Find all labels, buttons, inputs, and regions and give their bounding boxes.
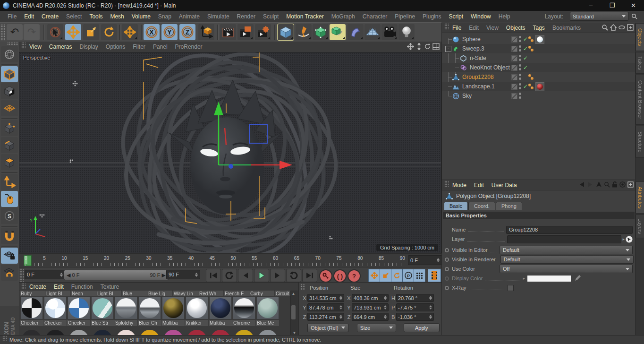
menu-tools[interactable]: Tools	[85, 13, 106, 20]
autokey-button[interactable]: ( )	[333, 269, 347, 283]
attr-menu-mode[interactable]: Mode	[449, 182, 470, 189]
tab-structure[interactable]: Structure	[636, 126, 644, 158]
anim-dot[interactable]	[445, 248, 449, 252]
menu-edit[interactable]: Edit	[20, 13, 38, 20]
target-icon[interactable]	[619, 181, 626, 188]
minimize-button[interactable]: –	[580, 0, 602, 11]
enable-check[interactable]: ✓	[523, 45, 528, 52]
key-position-toggle[interactable]	[368, 269, 380, 282]
transport-handle[interactable]	[19, 268, 24, 282]
add-spline-button[interactable]	[296, 24, 312, 40]
rotation-h-field[interactable]: 20.768 °	[396, 294, 434, 302]
visibility-dots[interactable]	[519, 83, 521, 89]
layer-browser-icon[interactable]	[626, 236, 633, 243]
vp-menu-panel[interactable]: Panel	[149, 43, 171, 50]
enable-check[interactable]: ✓	[523, 64, 528, 71]
viewport-canvas[interactable]: Y Perspective Grid Spacing : 1000 cm	[19, 52, 441, 254]
menu-plugins[interactable]: Plugins	[419, 13, 445, 20]
tweak-mode-button[interactable]	[1, 191, 18, 207]
preview-range-slider[interactable]: ◀ 0 F 90 F ▶	[64, 270, 169, 280]
eye-icon[interactable]	[619, 24, 625, 31]
object-row-sweep[interactable]: - Sweep.3 ✓	[442, 44, 636, 53]
object-row-sphere[interactable]: Sphere ✓	[442, 34, 636, 44]
menu-file[interactable]: File	[4, 13, 20, 20]
object-row-sky[interactable]: Sky	[442, 91, 636, 101]
y-axis-lock-button[interactable]: Y	[161, 24, 178, 40]
attr-menu-edit[interactable]: Edit	[470, 182, 488, 189]
om-menu-view[interactable]: View	[483, 25, 502, 31]
vp-menu-display[interactable]: Display	[76, 43, 102, 50]
texture-tag[interactable]	[535, 35, 544, 44]
add-panel-icon[interactable]	[627, 24, 634, 31]
anim-dot[interactable]	[445, 286, 449, 290]
generators-button[interactable]	[330, 24, 346, 40]
menu-render[interactable]: Render	[233, 13, 259, 20]
menu-create[interactable]: Create	[38, 13, 62, 20]
visible-in-editor-dropdown[interactable]: Default	[500, 246, 633, 254]
goto-end-button[interactable]	[302, 269, 317, 282]
frame-spinner[interactable]: 0 F	[408, 255, 442, 265]
live-selection-button[interactable]	[47, 24, 63, 40]
light-button[interactable]	[398, 24, 415, 40]
vp-menu-view[interactable]: View	[25, 43, 45, 50]
camera-button[interactable]	[381, 24, 398, 40]
tab-coord[interactable]: Coord.	[468, 202, 495, 210]
redo-button[interactable]: ↷	[24, 24, 40, 40]
position-y-field[interactable]: 87.478 cm	[307, 303, 344, 311]
object-row-group12208[interactable]: Group12208	[442, 72, 636, 82]
texture-mode-button[interactable]	[1, 83, 18, 99]
material-item[interactable]: Blue Str	[91, 297, 114, 326]
tab-phong[interactable]: Phong	[496, 202, 522, 210]
x-axis-lock-button[interactable]: X	[144, 24, 160, 40]
position-z-field[interactable]: 113.274 cm	[307, 313, 344, 321]
color-picker-pen-icon[interactable]	[574, 275, 581, 282]
menu-volume[interactable]: Volume	[128, 13, 154, 20]
material-scrollbar[interactable]: ▲ ▼	[290, 291, 297, 336]
zoom-view-icon[interactable]	[415, 43, 423, 50]
coordinate-system-button[interactable]	[198, 24, 214, 40]
end-frame-field[interactable]: 90 F	[166, 270, 200, 279]
material-item[interactable]: Checker	[43, 297, 67, 326]
home-icon[interactable]	[610, 24, 617, 31]
deformers-button[interactable]	[347, 24, 364, 40]
viewport-solo-button[interactable]: S	[1, 208, 18, 224]
vp-menu-options[interactable]: Options	[102, 43, 129, 50]
enable-snap-button[interactable]	[1, 228, 18, 244]
spinner-arrows-icon[interactable]	[437, 258, 440, 262]
previous-frame-button[interactable]	[238, 269, 253, 282]
menu-window[interactable]: Window	[467, 13, 495, 20]
enable-check[interactable]: ✓	[523, 36, 528, 43]
edges-mode-button[interactable]	[1, 137, 18, 153]
menu-help[interactable]: Help	[495, 13, 514, 20]
om-menu-bookmarks[interactable]: Bookmarks	[549, 25, 585, 31]
vp-menu-cameras[interactable]: Cameras	[45, 43, 76, 50]
visibility-dots[interactable]	[519, 45, 521, 52]
vp-menu-filter[interactable]: Filter	[129, 43, 149, 50]
size-y-field[interactable]: 713.931 cm	[352, 303, 389, 311]
material-item[interactable]: Checker	[20, 297, 43, 326]
toggle-views-icon[interactable]	[432, 43, 440, 50]
scroll-up-icon[interactable]: ▲	[291, 291, 296, 296]
mat-menu-create[interactable]: Create	[25, 284, 50, 290]
tab-content-browser[interactable]: Content Browser	[636, 75, 644, 125]
rotation-b-field[interactable]: -1.036 °	[396, 313, 434, 321]
tab-layers[interactable]: Layers	[636, 215, 644, 238]
menu-snap[interactable]: Snap	[154, 13, 175, 20]
vp-menu-prorender[interactable]: ProRender	[171, 43, 206, 50]
menu-motion-tracker[interactable]: Motion Tracker	[282, 13, 327, 20]
open-timeline-button[interactable]	[428, 269, 441, 282]
menu-mesh[interactable]: Mesh	[106, 13, 127, 20]
attr-menu-handle[interactable]	[444, 180, 449, 187]
material-item[interactable]: Chrome	[232, 297, 255, 326]
menu-simulate[interactable]: Simulate	[203, 13, 233, 20]
object-row-nside[interactable]: n-Side ✓	[442, 53, 636, 63]
add-panel-icon[interactable]	[627, 181, 634, 188]
rotation-p-field[interactable]: -7.475 °	[396, 303, 434, 311]
material-menu-handle[interactable]	[21, 283, 25, 289]
name-field[interactable]: Group12208	[506, 226, 633, 234]
status-handle[interactable]	[2, 335, 7, 341]
texture-tag[interactable]	[535, 82, 544, 91]
phong-tag-icon[interactable]	[528, 74, 534, 80]
phong-tag-icon[interactable]	[528, 36, 534, 43]
spinner-arrows-icon[interactable]	[195, 273, 198, 277]
